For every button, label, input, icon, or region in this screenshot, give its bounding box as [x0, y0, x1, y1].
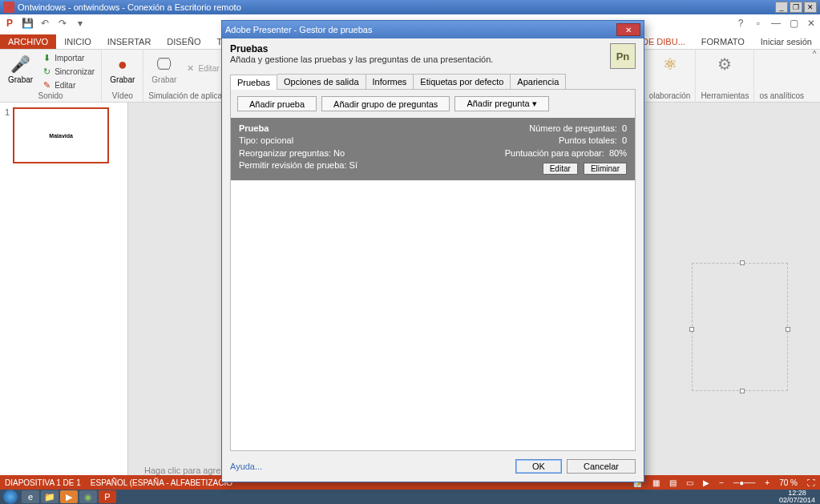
tab-design[interactable]: DISEÑO — [159, 34, 208, 49]
ribbon-group-collab: ⚛ olaboración — [644, 50, 697, 102]
start-button[interactable] — [3, 490, 18, 504]
fit-view-icon[interactable]: ⛶ — [807, 478, 815, 487]
quiz-edit-button[interactable]: Editar — [543, 163, 578, 175]
dialog-close-button[interactable]: ✕ — [616, 23, 640, 36]
group-label-video: Vídeo — [107, 91, 138, 100]
ribbon-group-video: ● Grabar Vídeo — [102, 50, 143, 102]
dialog-tabs: Pruebas Opciones de salida Informes Etiq… — [222, 74, 644, 89]
status-language[interactable]: ESPAÑOL (ESPAÑA - ALFABETIZACIÓ — [91, 478, 232, 487]
placeholder-object[interactable] — [692, 263, 788, 391]
record-label: Grabar — [8, 75, 33, 84]
dialog-title: Adobe Presenter - Gestor de pruebas — [225, 25, 372, 34]
ribbon-collapse-icon[interactable]: ▫ — [751, 18, 765, 29]
tools-button[interactable]: ⚙ — [701, 51, 749, 77]
cancel-button[interactable]: Cancelar — [567, 459, 636, 474]
presenter-logo: Pn — [610, 43, 636, 69]
ppt-app-icon[interactable]: P — [2, 15, 18, 31]
tab-apariencia[interactable]: Apariencia — [511, 74, 566, 89]
gear-icon: ⚙ — [713, 53, 736, 75]
group-label-sound: Sonido — [5, 91, 96, 100]
dialog-toolbar: Añadir prueba Añadir grupo de preguntas … — [231, 90, 635, 118]
slide-preview: Malavida — [13, 107, 109, 163]
add-group-button[interactable]: Añadir grupo de preguntas — [321, 96, 450, 111]
qat-undo-icon[interactable]: ↶ — [37, 15, 53, 31]
quiz-item[interactable]: Prueba Tipo: opcional Reorganizar pregun… — [231, 118, 635, 180]
status-slide-count: DIAPOSITIVA 1 DE 1 — [5, 478, 81, 487]
ok-button[interactable]: OK — [515, 459, 562, 474]
tab-insert[interactable]: INSERTAR — [99, 34, 160, 49]
add-quiz-button[interactable]: Añadir prueba — [237, 96, 317, 111]
qat-redo-icon[interactable]: ↷ — [55, 15, 71, 31]
tab-file[interactable]: ARCHIVO — [0, 34, 56, 49]
tab-informes[interactable]: Informes — [366, 74, 414, 89]
rdp-titlebar: Ontwindows - ontwindows - Conexión a Esc… — [0, 0, 820, 14]
ppt-min-button[interactable]: — — [769, 18, 783, 29]
ppt-restore-button[interactable]: ▢ — [786, 18, 801, 29]
screen-icon: 🖵 — [153, 53, 176, 75]
dialog-titlebar[interactable]: Adobe Presenter - Gestor de pruebas ✕ — [222, 21, 644, 38]
ribbon-collapse-button[interactable]: ^ — [809, 50, 820, 102]
zoom-out-button[interactable]: − — [719, 478, 724, 487]
rdp-min-button[interactable]: _ — [775, 2, 788, 13]
ppt-close-button[interactable]: ✕ — [804, 18, 818, 29]
qat-save-icon[interactable]: 💾 — [19, 15, 35, 31]
taskbar: e 📁 ▶ ◉ P 12:28 02/07/2014 — [0, 490, 820, 504]
reading-view-icon[interactable]: ▭ — [686, 478, 693, 487]
edit-sim-icon: ✕ — [184, 63, 196, 75]
add-question-button[interactable]: Añadir pregunta — [454, 96, 548, 111]
slide-title-text: Malavida — [49, 133, 73, 139]
sync-button[interactable]: ↻Sincronizar — [39, 65, 96, 78]
taskbar-powerpoint-icon[interactable]: P — [99, 490, 116, 503]
taskbar-clock[interactable]: 12:28 02/07/2014 — [774, 490, 820, 504]
thumbnail-pane[interactable]: 1 Malavida — [0, 103, 128, 480]
taskbar-ie-icon[interactable]: e — [22, 490, 39, 503]
collab-icon: ⚛ — [659, 53, 681, 75]
sign-in-link[interactable]: Iniciar sesión — [753, 34, 820, 49]
right-pane — [668, 103, 820, 480]
edit-icon: ✎ — [41, 79, 52, 91]
ribbon-group-sound: 🎤 Grabar ⬇Importar ↻Sincronizar ✎Editar … — [0, 50, 102, 102]
edit-sim-button[interactable]: ✕Editar — [183, 51, 220, 86]
taskbar-android-icon[interactable]: ◉ — [79, 490, 97, 503]
sorter-view-icon[interactable]: ▤ — [669, 478, 677, 487]
record-audio-button[interactable]: 🎤 Grabar — [5, 51, 36, 91]
quiz-delete-button[interactable]: Eliminar — [584, 163, 627, 175]
dialog-footer: Ayuda... OK Cancelar — [222, 451, 644, 482]
taskbar-explorer-icon[interactable]: 📁 — [41, 490, 59, 503]
ribbon-group-analytics: os analíticos — [754, 50, 809, 102]
rdp-max-button[interactable]: ❐ — [790, 2, 802, 13]
normal-view-icon[interactable]: ▦ — [652, 478, 660, 487]
rdp-close-button[interactable]: ✕ — [804, 2, 817, 13]
group-label-collab: olaboración — [649, 91, 691, 100]
zoom-value[interactable]: 70 % — [779, 478, 798, 487]
collab-button[interactable]: ⚛ — [649, 51, 691, 77]
dialog-subheading: Añada y gestione las pruebas y las pregu… — [230, 54, 493, 64]
zoom-in-button[interactable]: + — [765, 478, 770, 487]
tab-salida[interactable]: Opciones de salida — [277, 74, 366, 89]
sync-icon: ↻ — [41, 66, 52, 77]
dialog-body: Añadir prueba Añadir grupo de preguntas … — [230, 89, 636, 451]
tab-format[interactable]: FORMATO — [693, 34, 753, 49]
record-sim-button[interactable]: 🖵 Grabar — [148, 51, 180, 86]
edit-audio-button[interactable]: ✎Editar — [39, 79, 96, 91]
group-label-tools: Herramientas — [701, 91, 749, 100]
record-icon: ● — [111, 53, 134, 75]
zoom-slider[interactable]: ─●── — [733, 478, 755, 487]
dialog-header: Pruebas Añada y gestione las pruebas y l… — [222, 38, 644, 74]
slide-number: 1 — [5, 107, 10, 163]
tab-pruebas[interactable]: Pruebas — [230, 75, 277, 90]
tab-home[interactable]: INICIO — [56, 34, 99, 49]
taskbar-media-icon[interactable]: ▶ — [60, 490, 78, 503]
notes-placeholder[interactable]: Haga clic para agre — [144, 466, 220, 475]
slideshow-view-icon[interactable]: ▶ — [703, 478, 709, 487]
record-video-label: Grabar — [110, 75, 135, 84]
rdp-title: Ontwindows - ontwindows - Conexión a Esc… — [18, 2, 241, 12]
help-link[interactable]: Ayuda... — [230, 462, 262, 471]
record-video-button[interactable]: ● Grabar — [107, 51, 138, 86]
qat-more-icon[interactable]: ▾ — [72, 15, 88, 31]
import-button[interactable]: ⬇Importar — [39, 51, 96, 64]
ribbon-help-icon[interactable]: ? — [733, 18, 748, 29]
slide-thumbnail[interactable]: 1 Malavida — [5, 107, 123, 163]
tab-etiquetas[interactable]: Etiquetas por defecto — [414, 74, 511, 89]
dialog-heading: Pruebas — [230, 43, 493, 54]
